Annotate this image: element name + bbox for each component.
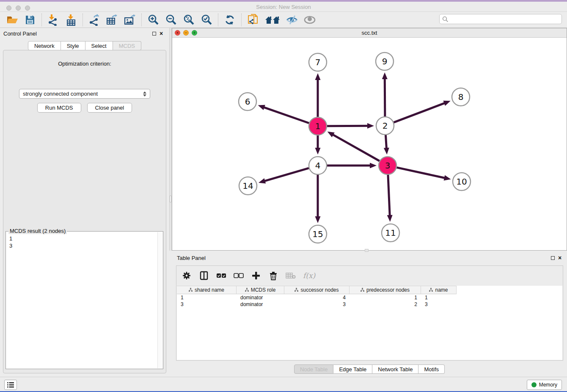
zoom-selected-button[interactable]	[200, 14, 213, 26]
zoom-in-button[interactable]	[146, 14, 160, 26]
network-resize-grip[interactable]	[365, 249, 369, 252]
eye-slash-icon	[286, 15, 298, 25]
checked-boxes-icon	[216, 273, 226, 278]
table-row[interactable]: 3dominator323	[177, 301, 562, 308]
edge-2-8[interactable]	[394, 103, 446, 122]
table-cell[interactable]: 1	[177, 294, 237, 301]
select-all-columns-button[interactable]	[216, 271, 226, 281]
zoom-selected-icon	[201, 14, 212, 26]
show-all-networks-button[interactable]	[264, 14, 281, 26]
table-cell[interactable]: 1	[421, 294, 457, 301]
export-image-button[interactable]	[123, 14, 137, 26]
tab-mcds[interactable]: MCDS	[113, 41, 141, 50]
show-columns-button[interactable]	[199, 271, 209, 281]
table-panel-tabs: Node TableEdge TableNetwork TableMotifs	[172, 364, 567, 374]
control-panel-title: Control Panel	[3, 30, 37, 37]
edge-2-3[interactable]	[385, 135, 386, 149]
edge-3-10[interactable]	[396, 168, 445, 178]
open-folder-icon	[6, 15, 18, 25]
column-header-label: name	[435, 287, 448, 293]
result-scrollbar[interactable]	[157, 232, 163, 368]
select-stepper-icon	[143, 91, 146, 97]
edge-2-9[interactable]	[385, 78, 385, 116]
import-network-button[interactable]	[47, 14, 60, 26]
edge-1-6[interactable]	[263, 107, 309, 123]
table-cell[interactable]: 3	[284, 301, 350, 308]
column-header-shared-name[interactable]: shared name	[177, 286, 237, 294]
edge-4-14[interactable]	[264, 168, 308, 181]
search-box[interactable]	[439, 14, 562, 24]
table-cell[interactable]: 3	[421, 301, 457, 308]
edge-arrowhead	[315, 148, 321, 155]
table-row[interactable]: 1dominator411	[177, 294, 562, 301]
trash-icon	[270, 271, 277, 280]
edge-3-1[interactable]	[332, 134, 380, 161]
apply-function-button[interactable]: f(x)	[303, 271, 315, 280]
open-session-button[interactable]	[6, 14, 19, 26]
table-panel-float-button[interactable]	[551, 256, 555, 260]
table-cell[interactable]: 4	[284, 294, 350, 301]
export-network-icon	[89, 14, 100, 26]
import-table-icon	[66, 14, 77, 26]
tab-select[interactable]: Select	[85, 41, 113, 50]
table-cell[interactable]: 1	[350, 294, 421, 301]
column-header-label: predecessor nodes	[366, 287, 410, 293]
graph-node-label: 15	[312, 229, 323, 239]
export-network-button[interactable]	[88, 14, 101, 26]
tab-network[interactable]: Network	[28, 41, 61, 50]
close-panel-button[interactable]: Close panel	[87, 103, 132, 113]
zoom-out-button[interactable]	[164, 14, 178, 26]
hide-panel-button[interactable]	[285, 14, 299, 26]
delete-table-icon	[286, 272, 296, 279]
export-table-button[interactable]	[105, 14, 119, 26]
table-cell[interactable]: dominator	[237, 301, 284, 308]
eye-icon	[303, 15, 316, 25]
graph-node-label: 6	[245, 97, 250, 107]
column-header-MCDS-role[interactable]: MCDS role	[237, 286, 284, 294]
table-panel-title: Table Panel	[175, 255, 206, 261]
table-cell[interactable]: 3	[177, 301, 237, 308]
show-panel-button[interactable]	[303, 14, 317, 26]
edge-arrowhead	[443, 101, 450, 106]
run-mcds-button[interactable]: Run MCDS	[37, 103, 81, 113]
column-header-predecessor-nodes[interactable]: predecessor nodes	[350, 286, 421, 294]
toolbar-separator	[83, 14, 83, 26]
zoom-fit-button[interactable]	[182, 14, 195, 26]
edge-3-11[interactable]	[388, 175, 390, 216]
tab-motifs[interactable]: Motifs	[418, 364, 445, 374]
unselect-all-columns-button[interactable]	[234, 271, 244, 281]
search-input[interactable]	[449, 15, 561, 23]
add-column-button[interactable]	[251, 271, 261, 281]
import-table-button[interactable]	[64, 14, 78, 26]
table-panel-close-button[interactable]: ×	[558, 254, 561, 261]
column-header-label: shared name	[195, 287, 224, 293]
edge-1-2[interactable]	[327, 126, 369, 126]
column-header-name[interactable]: name	[421, 286, 457, 294]
network-canvas[interactable]: 7968124314101511	[172, 38, 567, 250]
task-history-button[interactable]	[4, 380, 17, 390]
table-settings-button[interactable]	[182, 271, 192, 281]
delete-table-button[interactable]	[286, 271, 296, 281]
sort-icon	[245, 288, 249, 292]
tab-edge-table[interactable]: Edge Table	[333, 364, 372, 374]
save-session-button[interactable]	[23, 14, 37, 26]
control-panel-close-button[interactable]: ×	[160, 30, 163, 37]
table-cell[interactable]: dominator	[237, 294, 284, 301]
clone-network-button[interactable]	[246, 14, 260, 26]
network-window-titlebar[interactable]: × − + scc.txt	[172, 28, 567, 38]
splitter-grip[interactable]	[170, 196, 171, 202]
column-header-successor-nodes[interactable]: successor nodes	[284, 286, 350, 294]
refresh-button[interactable]	[223, 14, 237, 26]
tab-network-table[interactable]: Network Table	[372, 364, 418, 374]
optimization-criterion-select[interactable]: strongly connected component	[19, 89, 150, 99]
memory-button[interactable]: Memory	[527, 380, 562, 390]
tab-node-table[interactable]: Node Table	[294, 364, 334, 374]
memory-label: Memory	[539, 382, 557, 388]
table-cell[interactable]: 2	[350, 301, 421, 308]
mcds-result-text[interactable]: 1 3	[6, 233, 157, 369]
graph-node-label: 7	[315, 57, 321, 67]
delete-column-button[interactable]	[268, 271, 278, 281]
control-panel-float-button[interactable]	[152, 32, 156, 36]
refresh-icon	[224, 14, 235, 25]
tab-style[interactable]: Style	[61, 41, 85, 50]
